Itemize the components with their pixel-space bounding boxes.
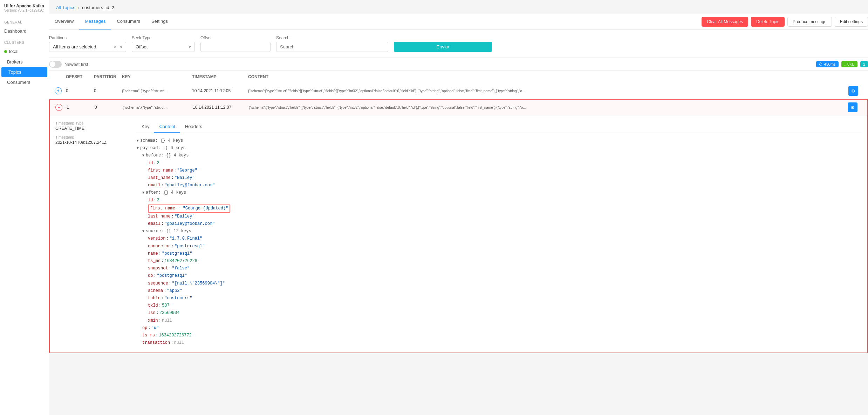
cluster-status-dot <box>4 50 7 53</box>
ts-ms-value: 1634202726228 <box>164 258 197 265</box>
tab-settings[interactable]: Settings <box>146 14 173 29</box>
gear-button-1[interactable]: ⚙ <box>848 102 857 112</box>
seek-type-filter: Seek Type Offset ∨ <box>132 35 195 52</box>
ts-ms2-value: 1634202726772 <box>159 332 192 339</box>
newest-first-toggle[interactable] <box>49 61 62 68</box>
name-value: "postgresql" <box>162 250 192 257</box>
seek-type-select[interactable]: Offset ∨ <box>132 42 195 52</box>
op-value: "u" <box>151 325 159 332</box>
offset-0: 0 <box>66 88 94 93</box>
tabs-action-row: Overview Messages Consumers Settings Cle… <box>49 14 868 30</box>
key-col-header: Key <box>122 74 192 79</box>
expand-row-1-button[interactable]: − <box>55 104 62 111</box>
before-lname-value: "Bailey" <box>175 175 195 181</box>
clock-icon: ⏱ <box>819 62 823 66</box>
before-lname-key: last_name <box>148 175 171 181</box>
sidebar-item-consumers[interactable]: Consumers <box>0 77 49 87</box>
sidebar-item-dashboard[interactable]: Dashboard <box>0 26 49 36</box>
sidebar-item-topics[interactable]: Topics <box>1 67 47 77</box>
partitions-clear-icon[interactable]: ✕ <box>113 44 117 49</box>
size-badge: ↓ 8KB <box>841 61 857 67</box>
search-label: Search <box>276 35 388 40</box>
timestamp-1: 10.14.2021 11:12:07 <box>193 105 249 110</box>
app-version: Version: v0.2.1 (da29a20) <box>4 8 45 12</box>
app-title: UI for Apache Kafka <box>4 4 45 8</box>
json-line-lsn: lsn : 23569904 <box>137 309 862 317</box>
sidebar-item-brokers[interactable]: Brokers <box>0 57 49 67</box>
after-text: after: {} 4 keys <box>146 189 186 196</box>
ts-ms2-key: ts_ms <box>142 332 155 339</box>
xmin-key: xmin <box>148 317 158 324</box>
enviar-button[interactable]: Enviar <box>394 42 492 52</box>
partitions-select[interactable]: All items are selected. ✕ ∨ <box>49 42 126 52</box>
before-arrow[interactable]: ▼ <box>142 153 144 159</box>
expand-row-0-button[interactable]: + <box>55 87 62 94</box>
db-value: "postgresql" <box>157 273 187 279</box>
json-line-after-fname: first_name : "George (Updated)" <box>137 204 862 213</box>
offset-input[interactable] <box>200 42 271 52</box>
tab-headers[interactable]: Headers <box>180 121 207 133</box>
offset-col-header: Offset <box>66 74 94 79</box>
topics-label: Topics <box>8 69 21 75</box>
timestamp-col-header: Timestamp <box>192 74 248 79</box>
seek-type-label: Seek Type <box>132 35 195 40</box>
tab-content[interactable]: Content <box>154 121 180 133</box>
sidebar: UI for Apache Kafka Version: v0.2.1 (da2… <box>0 0 49 415</box>
ts-ms-key: ts_ms <box>148 258 160 265</box>
cluster-name: local <box>9 49 19 54</box>
partition-1: 0 <box>95 105 123 110</box>
delete-topic-button[interactable]: Delete Topic <box>751 17 785 27</box>
breadcrumb-all-topics[interactable]: All Topics <box>56 5 75 10</box>
lsn-key: lsn <box>148 310 156 316</box>
stats-badges: ⏱ 430ms ↓ 8KB 2 <box>816 61 868 67</box>
after-lname-value: "Bailey" <box>175 213 195 220</box>
offset-filter: Offset <box>200 35 271 52</box>
json-line-table: table : "customers" <box>137 295 862 302</box>
partitions-chevron-icon: ∨ <box>120 45 122 49</box>
partition-col-header: Partition <box>94 74 122 79</box>
connector-value: "postgresql" <box>175 243 205 250</box>
download-icon: ↓ <box>844 62 846 66</box>
json-line-xmin: xmin : null <box>137 317 862 324</box>
tab-overview[interactable]: Overview <box>49 14 79 29</box>
produce-message-button[interactable]: Produce message <box>787 17 832 27</box>
tab-consumers[interactable]: Consumers <box>111 14 145 29</box>
payload-arrow[interactable]: ▼ <box>137 146 139 151</box>
actions-col-header <box>848 74 862 79</box>
gear-button-0[interactable]: ⚙ <box>848 86 858 96</box>
txid-key: txId <box>148 302 158 309</box>
sidebar-item-cluster[interactable]: local <box>0 46 49 57</box>
json-line-source: ▼ source: {} 12 keys <box>137 228 862 235</box>
search-input[interactable] <box>276 42 388 52</box>
xmin-value: null <box>162 317 172 324</box>
after-arrow[interactable]: ▼ <box>142 190 144 196</box>
lsn-value: 23569904 <box>159 310 180 316</box>
source-arrow[interactable]: ▼ <box>142 229 144 234</box>
json-line-db: db : "postgresql" <box>137 272 862 280</box>
json-line-before: ▼ before: {} 4 keys <box>137 152 862 159</box>
partitions-label: Partitions <box>49 35 126 40</box>
time-value: 430ms <box>824 62 836 66</box>
tab-messages[interactable]: Messages <box>79 14 111 29</box>
transaction-value: null <box>174 340 184 346</box>
after-fname-value: "George (Updated)" <box>183 206 228 211</box>
tab-key[interactable]: Key <box>137 121 154 133</box>
json-line-before-email: email : "gbailey@foobar.com" <box>137 182 862 189</box>
detail-row: Timestamp Type CREATE_TIME Timestamp 202… <box>50 115 867 353</box>
timestamp-0: 10.14.2021 11:12:05 <box>192 88 248 93</box>
clear-all-messages-button[interactable]: Clear All Messages <box>702 17 748 27</box>
filters-grid: Partitions All items are selected. ✕ ∨ S… <box>49 35 868 52</box>
table-value: "customers" <box>164 295 192 302</box>
topic-tabs: Overview Messages Consumers Settings <box>49 14 173 29</box>
payload-text: payload: {} 6 keys <box>140 145 186 152</box>
schema-arrow[interactable]: ▼ <box>137 138 139 144</box>
time-badge: ⏱ 430ms <box>816 61 839 67</box>
schema-src-key: schema <box>148 288 163 294</box>
snapshot-key: snapshot <box>148 265 168 272</box>
key-1: {"schema":{"type":"struct... <box>123 105 193 109</box>
after-fname-highlight: first_name : "George (Updated)" <box>148 205 230 213</box>
edit-settings-button[interactable]: Edit settings <box>835 17 868 27</box>
partition-0: 0 <box>94 88 122 93</box>
before-text: before: {} 4 keys <box>146 152 189 159</box>
json-line-transaction: transaction : null <box>137 339 862 347</box>
